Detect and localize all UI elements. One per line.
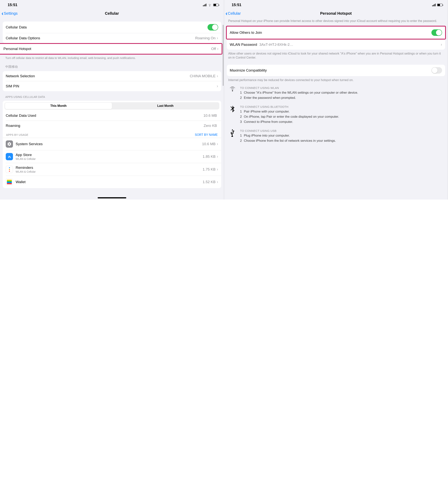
footer-cellular: Turn off cellular data to restrict all d… (0, 55, 224, 60)
toggle-maximize-compatibility[interactable] (432, 67, 442, 74)
chevron-right-icon: › (217, 84, 218, 89)
carrier-header: 中国移动 (0, 60, 224, 70)
wallet-icon (6, 178, 13, 185)
maxcomp-description: Internet performance may be reduced for … (224, 76, 448, 82)
row-app-appstore[interactable]: App Store WLAN & Cellular 1.85 KB › (6, 150, 221, 163)
chevron-right-icon: › (217, 142, 218, 146)
allow-others-description: Allow other users or devices not signed … (224, 50, 448, 60)
row-app-system-services[interactable]: System Services 10.6 MB › (3, 138, 221, 150)
row-app-reminders[interactable]: Reminders WLAN & Cellular 1.75 KB › (6, 163, 221, 176)
label: Cellular Data Used (6, 113, 203, 118)
apps-by-usage-header: APPS BY USAGE SORT BY NAME (3, 130, 221, 138)
row-data-used: Cellular Data Used 10.6 MB (3, 111, 221, 121)
status-time: 15:51 (232, 3, 241, 7)
back-button[interactable]: ‹ Settings (1, 10, 17, 16)
instr-step: Choose "A's iPhone" from the WLAN settin… (244, 91, 358, 95)
row-allow-others[interactable]: Allow Others to Join (227, 26, 445, 39)
app-name: System Services (16, 142, 202, 146)
row-app-wallet[interactable]: Wallet 1.52 KB › (6, 176, 221, 188)
group-cellular: Cellular Data Cellular Data Options Roam… (3, 22, 221, 43)
chevron-right-icon: › (217, 179, 218, 185)
value: Zero KB (204, 124, 217, 128)
label: Network Selection (6, 74, 190, 78)
label: WLAN Password (230, 42, 257, 47)
value: 10.6 MB (203, 113, 217, 118)
bluetooth-icon (230, 105, 235, 112)
label: Cellular Data (6, 25, 208, 29)
row-cellular-data-options[interactable]: Cellular Data Options Roaming On › (6, 33, 221, 43)
label: SIM PIN (6, 84, 217, 88)
screen-cellular: 15:51 ‹ Settings Cellular Cellular Data … (0, 0, 224, 200)
chevron-left-icon: ‹ (226, 10, 228, 16)
instr-head: TO CONNECT USING WLAN (240, 86, 444, 89)
nav-bar: ‹ Settings Cellular (0, 9, 224, 18)
instr-step: Connect to iPhone from computer. (244, 120, 293, 124)
row-sim-pin[interactable]: SIM PIN › (6, 81, 221, 91)
detail: Roaming On (195, 36, 216, 40)
sort-by-name-link[interactable]: SORT BY NAME (195, 133, 218, 137)
instructions-wlan: TO CONNECT USING WLAN 1Choose "A's iPhon… (224, 82, 448, 101)
row-cellular-data[interactable]: Cellular Data (3, 22, 221, 33)
home-indicator[interactable] (98, 197, 126, 198)
instr-step: On iPhone, tap Pair or enter the code di… (244, 115, 339, 119)
page-title: Personal Hotspot (224, 11, 448, 16)
instr-head: TO CONNECT USING BLUETOOTH (240, 105, 444, 108)
label: Cellular Data Options (6, 36, 195, 40)
detail: Off (211, 47, 216, 51)
highlight-allow-others: Allow Others to Join (226, 26, 446, 40)
row-personal-hotspot[interactable]: Personal Hotspot Off › (0, 44, 222, 54)
toggle-cellular-data[interactable] (208, 24, 218, 31)
highlight-personal-hotspot: Personal Hotspot Off › (0, 43, 222, 55)
wifi-icon (208, 4, 212, 6)
page-title: Cellular (0, 11, 224, 16)
segmented-period[interactable]: This Month Last Month (5, 102, 219, 110)
row-wlan-password[interactable]: WLAN Password 3AxT-iHTJ-8XHk-2… › (227, 40, 445, 50)
label: Personal Hotspot (3, 47, 211, 51)
app-name: Wallet (16, 180, 203, 184)
row-maximize-compatibility[interactable]: Maximize Compatibility (227, 65, 445, 76)
back-label: Settings (4, 11, 17, 16)
segment-this-month[interactable]: This Month (5, 103, 112, 109)
chevron-left-icon: ‹ (1, 10, 3, 16)
gear-icon (6, 140, 13, 148)
screen-personal-hotspot: 15:51 ‹ Cellular Personal Hotspot Person… (224, 0, 448, 200)
status-time: 15:51 (8, 3, 17, 7)
group-carrier: Network Selection CHINA MOBILE › SIM PIN… (3, 71, 221, 91)
row-roaming: Roaming Zero KB (6, 121, 221, 130)
instructions-usb: TO CONNECT USING USB 1Plug iPhone into y… (224, 125, 448, 144)
chevron-right-icon: › (441, 42, 442, 47)
value: 10.6 MB (202, 142, 216, 146)
label: Roaming (6, 124, 204, 128)
instr-step: Enter the password when prompted. (244, 96, 296, 100)
toggle-allow-others[interactable] (432, 29, 442, 36)
battery-icon (437, 4, 442, 6)
label: Allow Others to Join (230, 31, 432, 35)
group-data-usage: This Month Last Month Cellular Data Used… (3, 101, 221, 188)
chevron-right-icon: › (217, 36, 218, 41)
reminders-icon (6, 166, 13, 173)
cellular-signal-icon (203, 4, 206, 6)
nav-bar: ‹ Cellular Personal Hotspot (224, 9, 448, 18)
instr-head: TO CONNECT USING USB (240, 129, 444, 132)
segment-last-month[interactable]: Last Month (112, 103, 219, 109)
battery-icon (213, 4, 219, 6)
apps-using-data-header: APPS USING CELLULAR DATA (0, 91, 224, 100)
group-maxcomp: Maximize Compatibility (227, 65, 445, 76)
chevron-right-icon: › (217, 167, 218, 172)
row-network-selection[interactable]: Network Selection CHINA MOBILE › (3, 71, 221, 81)
status-bar: 15:51 (224, 0, 448, 9)
appstore-icon (6, 153, 13, 160)
app-name: Reminders (16, 166, 203, 170)
value: 1.52 KB (203, 180, 216, 184)
instr-step: Choose iPhone from the list of network s… (244, 139, 336, 143)
status-bar: 15:51 (0, 0, 224, 9)
password-value: 3AxT-iHTJ-8XHk-2… (259, 42, 440, 47)
value: 1.75 KB (203, 167, 216, 171)
usb-icon (230, 129, 235, 137)
instructions-bluetooth: TO CONNECT USING BLUETOOTH 1Pair iPhone … (224, 101, 448, 125)
label: Maximize Compatibility (230, 68, 432, 72)
back-button[interactable]: ‹ Cellular (226, 10, 241, 16)
scrollbar[interactable] (223, 25, 224, 86)
app-sub: WLAN & Cellular (16, 157, 203, 161)
hotspot-description: Personal Hotspot on your iPhone can prov… (224, 18, 448, 23)
